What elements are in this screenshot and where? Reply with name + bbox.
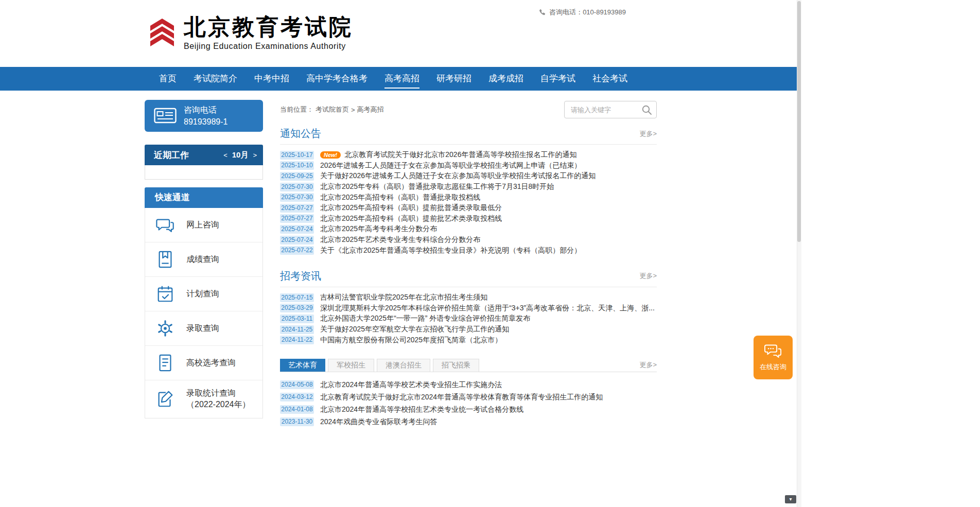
tabs-more-link[interactable]: 更多> xyxy=(639,360,657,370)
tab-aviation[interactable]: 招飞招乘 xyxy=(433,359,479,372)
date-badge: 2024-11-22 xyxy=(280,336,314,344)
list-item: 2025-07-27 北京市2025年高招专科（高职）提前批艺术类录取投档线 xyxy=(280,214,657,224)
list-item: 2024-03-12 北京教育考试院关于做好北京市2024年普通高等学校体育教育… xyxy=(280,391,657,404)
phone-card-line1: 咨询电话 xyxy=(184,104,227,116)
recent-work-body xyxy=(145,165,263,180)
news-link[interactable]: 北京市2025年专科（高职）普通批录取志愿征集工作将于7月31日8时开始 xyxy=(320,182,554,191)
hotline: 咨询电话：010-89193989 xyxy=(538,8,626,17)
consult-chat-icon xyxy=(764,343,782,360)
news-link[interactable]: 深圳北理莫斯科大学2025年本科综合评价招生简章（适用于“3+3”高考改革省份：… xyxy=(320,304,655,313)
nav-item-xuekao[interactable]: 高中学考合格考 xyxy=(306,67,367,91)
quick-link-online-consult[interactable]: 网上咨询 xyxy=(145,208,262,242)
quick-link-score-query[interactable]: 成绩查询 xyxy=(145,242,262,276)
list-item: 2025-10-10 2026年进城务工人员随迁子女在京参加高等职业学校招生考试… xyxy=(280,161,657,171)
news-link[interactable]: 关于《北京市2025年普通高等学校招生专业目录》补充说明（专科（高职）部分） xyxy=(320,246,581,255)
news-link[interactable]: 北京市2025年高招专科（高职）普通批录取投档线 xyxy=(320,193,480,202)
current-month-label: 10月 xyxy=(232,150,249,160)
zhaokao-more-link[interactable]: 更多> xyxy=(639,271,657,281)
date-badge: 2025-03-11 xyxy=(280,314,314,323)
phone-icon xyxy=(538,9,546,16)
section-title-notice: 通知公告 xyxy=(280,127,321,141)
phone-card-icon xyxy=(154,107,177,125)
quick-link-label: 录取查询 xyxy=(186,323,219,334)
list-item: 2025-07-30 北京市2025年高招专科（高职）普通批录取投档线 xyxy=(280,192,657,203)
site-header: 咨询电话：010-89193989 北京教育考试院 Beijing Educat… xyxy=(0,0,801,67)
date-badge: 2024-11-25 xyxy=(280,325,314,334)
logo-title: 北京教育考试院 xyxy=(184,14,353,40)
search-input[interactable] xyxy=(565,106,637,114)
list-item: 2025-07-15 吉林司法警官职业学院2025年在北京市招生考生须知 xyxy=(280,292,657,303)
recent-work-title: 近期工作 xyxy=(154,149,223,161)
score-icon xyxy=(155,250,175,269)
phone-info-card: 咨询电话 89193989-1 xyxy=(145,100,263,132)
section-title-zhaokao: 招考资讯 xyxy=(280,269,321,283)
nav-item-gaokao[interactable]: 高考高招 xyxy=(384,67,419,91)
search-icon[interactable] xyxy=(641,104,653,116)
quick-link-admission-query[interactable]: 录取查询 xyxy=(145,311,262,345)
nav-item-zixue[interactable]: 自学考试 xyxy=(540,67,575,91)
news-link[interactable]: 2026年进城务工人员随迁子女在京参加高等职业学校招生考试网上申请（已结束） xyxy=(320,161,581,170)
new-badge: New! xyxy=(320,151,341,159)
quick-link-plan-query[interactable]: 计划查询 xyxy=(145,276,262,311)
quick-link-label: 计划查询 xyxy=(186,288,219,300)
calendar-icon xyxy=(155,284,175,304)
nav-item-shehui[interactable]: 社会考试 xyxy=(592,67,627,91)
news-link[interactable]: 中国南方航空股份有限公司2025年度招飞简章（北京市） xyxy=(320,336,502,345)
online-consult-button[interactable]: 在线咨询 xyxy=(754,336,793,379)
consult-label: 在线咨询 xyxy=(760,362,786,372)
news-link[interactable]: 北京市2025年艺术类专业考生专科综合分分数分布 xyxy=(320,235,480,244)
quick-channel-title: 快速通道 xyxy=(145,187,263,208)
tab-art-sports[interactable]: 艺术体育 xyxy=(280,359,325,372)
news-link[interactable]: 吉林司法警官职业学院2025年在北京市招生考生须知 xyxy=(320,293,487,302)
nav-item-home[interactable]: 首页 xyxy=(159,67,177,91)
news-link[interactable]: 2024年戏曲类专业省际联考考生问答 xyxy=(320,417,437,427)
date-badge: 2023-11-30 xyxy=(280,417,314,426)
prev-month-button[interactable]: < xyxy=(223,151,227,159)
date-badge: 2025-07-24 xyxy=(280,225,314,234)
breadcrumb-home-link[interactable]: 考试院首页 xyxy=(316,105,349,114)
nav-item-zhongkao[interactable]: 中考中招 xyxy=(254,67,289,91)
tab-military[interactable]: 军校招生 xyxy=(328,359,374,372)
gear-icon xyxy=(155,319,175,338)
notice-list: 2025-10-17 New! 北京教育考试院关于做好北京市2026年普通高等学… xyxy=(280,150,657,256)
nav-item-chengkao[interactable]: 成考成招 xyxy=(488,67,523,91)
list-item: 2025-03-11 北京外国语大学2025年“一带一路” 外语专业综合评价招生… xyxy=(280,313,657,324)
list-item: 2023-11-30 2024年戏曲类专业省际联考考生问答 xyxy=(280,416,657,428)
hotline-text: 咨询电话：010-89193989 xyxy=(549,8,626,17)
news-link[interactable]: 北京市2025年高考专科考生分数分布 xyxy=(320,224,437,234)
quick-link-label-line2: （2022-2024年） xyxy=(186,399,251,410)
news-link[interactable]: 北京市2025年高招专科（高职）提前批艺术类录取投档线 xyxy=(320,214,502,223)
date-badge: 2025-07-27 xyxy=(280,204,314,213)
tab-hk-macao-taiwan[interactable]: 港澳台招生 xyxy=(377,359,430,372)
recent-work-widget: 近期工作 < 10月 > xyxy=(145,145,263,180)
nav-item-yankao[interactable]: 研考研招 xyxy=(436,67,471,91)
news-link[interactable]: 北京教育考试院关于做好北京市2026年普通高等学校招生报名工作的通知 xyxy=(344,150,576,160)
widget-collapse-button[interactable]: ▾ xyxy=(785,495,796,503)
date-badge: 2025-07-30 xyxy=(280,193,314,202)
breadcrumb: 当前位置： 考试院首页 > 高考高招 xyxy=(280,105,384,114)
news-link[interactable]: 北京市2024年普通高等学校艺术类专业招生工作实施办法 xyxy=(320,380,502,390)
list-item: 2025-09-25 关于做好2026年进城务工人员随迁子女在京参加高等职业学校… xyxy=(280,171,657,182)
news-link[interactable]: 北京市2024年普通高等学校招生艺术类专业统一考试合格分数线 xyxy=(320,405,523,414)
list-item: 2025-07-24 北京市2025年艺术类专业考生专科综合分分数分布 xyxy=(280,235,657,246)
date-badge: 2025-09-25 xyxy=(280,172,314,181)
date-badge: 2024-01-08 xyxy=(280,405,314,414)
news-link[interactable]: 北京外国语大学2025年“一带一路” 外语专业综合评价招生简章发布 xyxy=(320,314,530,323)
logo-icon xyxy=(147,16,178,49)
news-link[interactable]: 关于做好2025年空军航空大学在京招收飞行学员工作的通知 xyxy=(320,325,509,334)
news-link[interactable]: 北京教育考试院关于做好北京市2024年普通高等学校体育教育等体育专业招生工作的通… xyxy=(320,393,603,402)
search-box xyxy=(564,101,657,118)
date-badge: 2024-05-08 xyxy=(280,380,314,389)
next-month-button[interactable]: > xyxy=(253,151,257,159)
quick-link-label: 成绩查询 xyxy=(186,254,219,265)
notice-more-link[interactable]: 更多> xyxy=(639,129,657,138)
scrollbar-thumb[interactable] xyxy=(797,1,801,242)
main-nav: 首页 考试院简介 中考中招 高中学考合格考 高考高招 研考研招 成考成招 自学考… xyxy=(0,67,801,91)
news-link[interactable]: 北京市2025年高招专科（高职）提前批普通类录取最低分 xyxy=(320,203,502,213)
quick-link-admission-stats-query[interactable]: 录取统计查询 （2022-2024年） xyxy=(145,380,262,418)
quick-link-college-exam-query[interactable]: 高校选考查询 xyxy=(145,345,262,380)
nav-item-about[interactable]: 考试院简介 xyxy=(194,67,237,91)
list-item: 2025-10-17 New! 北京教育考试院关于做好北京市2026年普通高等学… xyxy=(280,150,657,161)
news-link[interactable]: 关于做好2026年进城务工人员随迁子女在京参加高等职业学校招生考试报名工作的通知 xyxy=(320,171,596,181)
list-item: 2025-07-27 北京市2025年高招专科（高职）提前批普通类录取最低分 xyxy=(280,203,657,214)
